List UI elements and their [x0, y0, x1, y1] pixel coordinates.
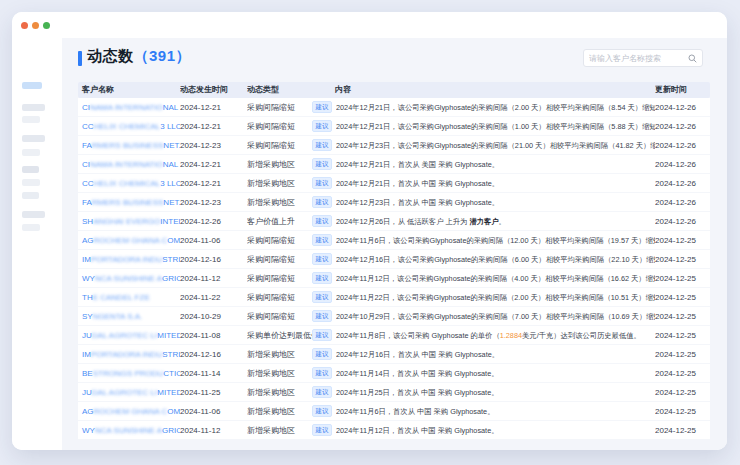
customer-name-link[interactable]: CINAMA INTERNATIONAL L... [78, 98, 180, 116]
sidebar-item[interactable] [22, 135, 45, 142]
update-date: 2024-12-25 [655, 421, 710, 439]
event-date: 2024-11-08 [180, 326, 247, 344]
customer-name-suffix: GRIC ... [162, 274, 180, 283]
event-content-cell: 建议2024年12月23日，该公司采购Glyphosate的采购间隔（21.00… [312, 136, 655, 154]
event-date: 2024-12-21 [180, 117, 247, 135]
sidebar-item[interactable] [22, 166, 39, 173]
event-type: 新增采购地区 [247, 402, 312, 420]
customer-name-link[interactable]: IMPORTADORA INDUSTRIA... [78, 345, 180, 363]
customer-name-redacted: NAMA INTERNATIO [90, 103, 163, 112]
customer-name-prefix: JU [82, 388, 92, 397]
update-date: 2024-12-26 [655, 98, 710, 116]
suggestion-badge: 建议 [312, 367, 332, 379]
sidebar-item[interactable] [22, 192, 39, 199]
sidebar-item[interactable] [22, 179, 40, 186]
page-title: 动态数（391） [87, 47, 191, 66]
content-text: 2024年11月25日，首次从 中国 采购 Glyphosate。 [336, 388, 498, 397]
window-maximize-button[interactable] [43, 22, 50, 29]
customer-name-redacted: DAL AGROTEC LI [92, 331, 158, 340]
customer-name-link[interactable]: WYNCA SUNSHINE AGRIC ... [78, 421, 180, 439]
customer-name-link[interactable]: JUDAL AGROTEC LIMITED [78, 383, 180, 401]
event-content-cell: 建议2024年11月14日，首次从 中国 采购 Glyphosate。 [312, 364, 655, 382]
content-text: 。 [499, 217, 506, 226]
customer-name-link[interactable]: FARMERS BUSINESSNET... [78, 193, 180, 211]
customer-name-link[interactable]: WYNCA SUNSHINE AGRIC ... [78, 269, 180, 287]
event-content-cell: 建议2024年12月21日，该公司采购Glyphosate的采购间隔（1.00 … [312, 117, 655, 135]
suggestion-badge: 建议 [312, 310, 332, 322]
event-type: 新增采购地区 [247, 174, 312, 192]
customer-name-link[interactable]: FARMERS BUSINESSNET... [78, 136, 180, 154]
customer-name-link[interactable]: THE CANDEL FZE [78, 288, 180, 306]
content-text: 2024年11月8日，该公司采购 Glyphosate 的单价（ [336, 331, 500, 340]
event-content-cell: 建议2024年11月6日，首次从 中国 采购 Glyphosate。 [312, 402, 655, 420]
content-text: 美元/千克）达到该公司历史最低值。 [522, 331, 641, 340]
sidebar-item-active[interactable] [22, 82, 42, 89]
event-content-text: 2024年11月6日，首次从 中国 采购 Glyphosate。 [336, 402, 494, 420]
dynamics-table: 客户名称 动态发生时间 动态类型 内容 更新时间 CINAMA INTERNAT… [78, 82, 710, 440]
suggestion-badge: 建议 [312, 253, 332, 265]
event-content-cell: 建议2024年12月21日，该公司采购Glyphosate的采购间隔（2.00 … [312, 98, 655, 116]
customer-name-suffix: MITED [157, 388, 180, 397]
customer-name-redacted: PORTADORA INDU [91, 255, 162, 264]
customer-name-link[interactable]: SHANGHAI EVERGOINTER... [78, 212, 180, 230]
customer-name-suffix: MITED [157, 331, 180, 340]
sidebar-item[interactable] [22, 149, 40, 156]
customer-name-prefix: WY [82, 274, 95, 283]
sidebar-item[interactable] [22, 104, 45, 111]
event-content-text: 2024年12月16日，首次从 中国 采购 Glyphosate。 [336, 345, 499, 363]
table-row: IMPORTADORA INDUSTRIA...2024-12-16采购间隔缩短… [78, 250, 710, 269]
update-date: 2024-12-25 [655, 250, 710, 268]
table-row: CCHELIX CHEMICAL3 LLC2024-12-21采购间隔缩短建议2… [78, 117, 710, 136]
customer-name-suffix: GRIC ... [162, 426, 180, 435]
window-minimize-button[interactable] [32, 22, 39, 29]
customer-name-prefix: FA [82, 141, 92, 150]
search-box [583, 49, 703, 67]
table-row: BESTRONGS PRODUCTIO...2024-11-14新增采购地区建议… [78, 364, 710, 383]
sidebar-item[interactable] [22, 224, 40, 231]
update-date: 2024-12-26 [655, 212, 710, 230]
search-icon[interactable] [688, 54, 697, 63]
customer-name-suffix: NET... [163, 198, 180, 207]
event-date: 2024-12-21 [180, 98, 247, 116]
suggestion-badge: 建议 [312, 215, 332, 227]
customer-name-redacted: STRONGS PRODU [93, 369, 164, 378]
event-type: 采购间隔缩短 [247, 117, 312, 135]
event-type: 采购单价达到最低值 [247, 326, 312, 344]
customer-name-link[interactable]: AGROCHEM GHANA COMPA... [78, 231, 180, 249]
column-header-customer-name: 客户名称 [78, 82, 180, 98]
customer-name-prefix: JU [82, 331, 92, 340]
customer-name-redacted: HELIX CHEMICAL [94, 122, 161, 131]
event-content-text: 2024年11月8日，该公司采购 Glyphosate 的单价（1.2884美元… [336, 326, 641, 344]
event-type: 新增采购地区 [247, 155, 312, 173]
event-content-text: 2024年11月6日，该公司采购Glyphosate的采购间隔（12.00 天）… [336, 231, 655, 249]
customer-name-link[interactable]: CCHELIX CHEMICAL3 LLC [78, 174, 180, 192]
search-input[interactable] [589, 54, 688, 63]
event-content-cell: 建议2024年11月22日，该公司采购Glyphosate的采购间隔（2.00 … [312, 288, 655, 306]
sidebar-item[interactable] [22, 116, 40, 123]
table-row: THE CANDEL FZE2024-11-22采购间隔缩短建议2024年11月… [78, 288, 710, 307]
window-close-button[interactable] [21, 22, 28, 29]
sidebar-item[interactable] [22, 211, 45, 218]
event-date: 2024-12-23 [180, 193, 247, 211]
table-body: CINAMA INTERNATIONAL L...2024-12-21采购间隔缩… [78, 98, 710, 440]
customer-name-link[interactable]: BESTRONGS PRODUCTIO... [78, 364, 180, 382]
customer-name-redacted: ROCHEM GHANA C [94, 236, 168, 245]
customer-name-link[interactable]: JUDAL AGROTEC LIMITED [78, 326, 180, 344]
customer-name-redacted: NCA SUNSHINE A [95, 426, 162, 435]
event-content-text: 2024年12月23日，首次从 中国 采购 Glyphosate。 [336, 193, 499, 211]
content-text: 2024年11月6日，首次从 中国 采购 Glyphosate。 [336, 407, 494, 416]
customer-name-link[interactable]: IMPORTADORA INDUSTRIA... [78, 250, 180, 268]
update-date: 2024-12-26 [655, 174, 710, 192]
event-content-text: 2024年11月22日，该公司采购Glyphosate的采购间隔（2.00 天）… [336, 288, 655, 306]
event-date: 2024-11-14 [180, 364, 247, 382]
sidebar [12, 38, 62, 450]
customer-name-suffix: INTER... [160, 217, 180, 226]
customer-name-link[interactable]: SYNGENTA S.A. [78, 307, 180, 325]
table-header-row: 客户名称 动态发生时间 动态类型 内容 更新时间 [78, 82, 710, 98]
customer-name-prefix: AG [82, 236, 94, 245]
update-date: 2024-12-26 [655, 155, 710, 173]
customer-name-link[interactable]: CINAMA INTERNATIONAL L... [78, 155, 180, 173]
customer-name-link[interactable]: CCHELIX CHEMICAL3 LLC [78, 117, 180, 135]
event-date: 2024-12-23 [180, 136, 247, 154]
customer-name-link[interactable]: AGROCHEM GHANA COMPA... [78, 402, 180, 420]
